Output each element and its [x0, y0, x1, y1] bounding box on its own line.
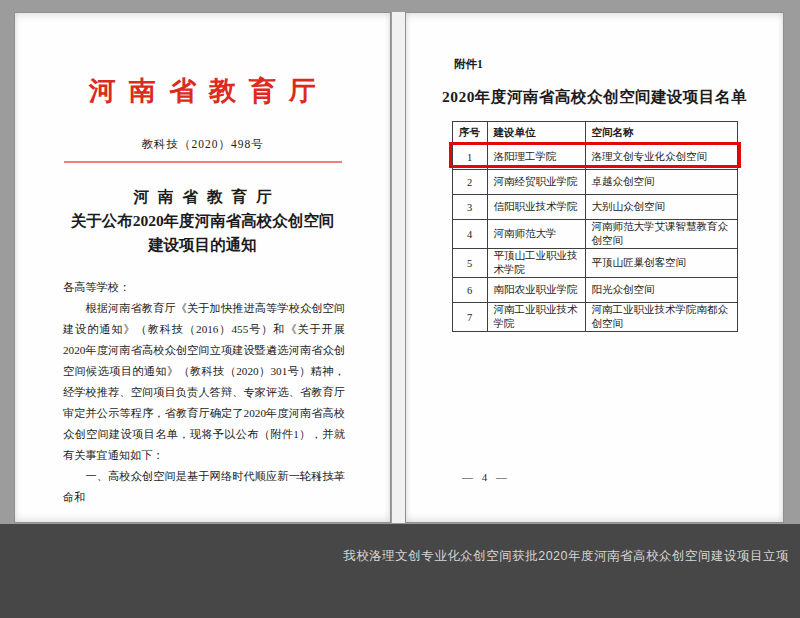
document-viewer: 河南省教育厅 教科技（2020）498号 河南省教育厅 关于公布2020年度河南… — [0, 0, 800, 618]
page-gutter — [392, 12, 405, 523]
row-no: 4 — [452, 220, 487, 249]
table-row: 4 河南师范大学 河南师范大学艾课智慧教育众创空间 — [452, 220, 737, 249]
table-row: 1 洛阳理工学院 洛理文创专业化众创空间 — [452, 145, 737, 170]
row-unit: 信阳职业技术学院 — [487, 195, 585, 220]
row-no: 3 — [452, 195, 487, 220]
table-header-unit: 建设单位 — [487, 122, 585, 145]
notice-title-line2: 关于公布2020年度河南省高校众创空间 — [15, 209, 390, 233]
page-number-left: — 1 — — [296, 471, 344, 483]
agency-letterhead: 河南省教育厅 — [15, 73, 390, 109]
document-number: 教科技（2020）498号 — [15, 137, 390, 152]
table-row: 2 河南经贸职业学院 卓越众创空间 — [452, 170, 737, 195]
project-table: 序号 建设单位 空间名称 1 洛阳理工学院 洛理文创专业化众创空间 2 河南经贸… — [452, 121, 738, 332]
table-row: 5 平顶山工业职业技术学院 平顶山匠巢创客空间 — [452, 249, 737, 278]
row-space: 阳光众创空间 — [585, 278, 737, 303]
table-row: 7 河南工业职业技术学院 河南工业职业技术学院南都众创空间 — [452, 303, 737, 332]
table-row: 3 信阳职业技术学院 大别山众创空间 — [452, 195, 737, 220]
row-unit: 河南经贸职业学院 — [487, 170, 585, 195]
row-unit: 平顶山工业职业技术学院 — [487, 249, 585, 278]
row-space: 河南工业职业技术学院南都众创空间 — [585, 303, 737, 332]
attachment-label: 附件1 — [454, 57, 783, 72]
caption-bar: 我校洛理文创专业化众创空间获批2020年度河南省高校众创空间建设项目立项 — [0, 524, 800, 618]
row-unit: 河南工业职业技术学院 — [487, 303, 585, 332]
page-number-right: — 4 — — [462, 471, 510, 483]
notice-title-line3: 建设项目的通知 — [15, 233, 390, 257]
row-no: 6 — [452, 278, 487, 303]
letterhead-divider — [64, 161, 342, 163]
salutation: 各高等学校： — [63, 277, 345, 298]
row-space: 大别山众创空间 — [585, 195, 737, 220]
row-no: 2 — [452, 170, 487, 195]
row-no: 5 — [452, 249, 487, 278]
row-unit: 洛阳理工学院 — [487, 145, 585, 170]
row-space: 卓越众创空间 — [585, 170, 737, 195]
notice-title-line1: 河南省教育厅 — [15, 185, 390, 209]
row-unit: 南阳农业职业学院 — [487, 278, 585, 303]
table-header-space: 空间名称 — [585, 122, 737, 145]
body-paragraph-1: 根据河南省教育厅《关于加快推进高等学校众创空间建设的通知》（教科技（2016）4… — [63, 298, 345, 466]
document-page-right: 附件1 2020年度河南省高校众创空间建设项目名单 序号 建设单位 空间名称 1… — [405, 12, 784, 523]
row-space: 平顶山匠巢创客空间 — [585, 249, 737, 278]
row-no: 7 — [452, 303, 487, 332]
row-space: 河南师范大学艾课智慧教育众创空间 — [585, 220, 737, 249]
row-no: 1 — [452, 145, 487, 170]
table-header-row: 序号 建设单位 空间名称 — [452, 122, 737, 145]
notice-title: 河南省教育厅 关于公布2020年度河南省高校众创空间 建设项目的通知 — [15, 185, 390, 257]
project-list-title: 2020年度河南省高校众创空间建设项目名单 — [406, 87, 783, 108]
table-row: 6 南阳农业职业学院 阳光众创空间 — [452, 278, 737, 303]
row-space: 洛理文创专业化众创空间 — [585, 145, 737, 170]
caption-text: 我校洛理文创专业化众创空间获批2020年度河南省高校众创空间建设项目立项 — [343, 548, 789, 565]
row-unit: 河南师范大学 — [487, 220, 585, 249]
document-page-left: 河南省教育厅 教科技（2020）498号 河南省教育厅 关于公布2020年度河南… — [14, 12, 391, 523]
table-header-no: 序号 — [452, 122, 487, 145]
project-table-container: 序号 建设单位 空间名称 1 洛阳理工学院 洛理文创专业化众创空间 2 河南经贸… — [452, 121, 738, 332]
